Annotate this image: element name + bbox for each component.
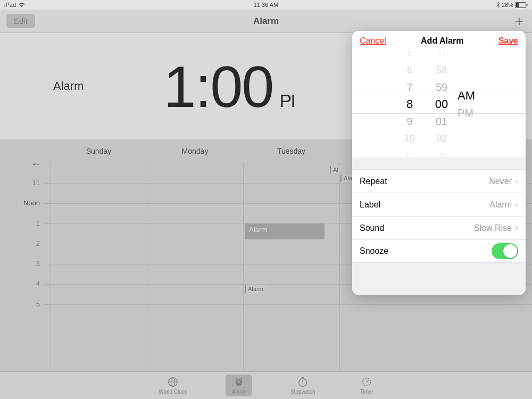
globe-icon	[167, 376, 179, 388]
hero-time: 1:00 PI	[163, 53, 294, 120]
add-alarm-popover: Cancel Add Alarm Save 5 6 7 8 9 10 11 57…	[352, 31, 526, 295]
setting-repeat[interactable]: Repeat Never ›	[352, 169, 526, 193]
tab-timer[interactable]: Timer	[354, 375, 380, 396]
setting-snooze: Snooze	[352, 239, 526, 263]
hero-label: Alarm	[53, 79, 84, 93]
ampm-picker[interactable]: AM PM	[458, 51, 484, 157]
bluetooth-icon	[496, 2, 500, 8]
day-sunday[interactable]: Sunday	[51, 147, 147, 155]
setting-label[interactable]: Label Alarm ›	[352, 193, 526, 216]
popover-title: Add Alarm	[421, 36, 463, 46]
alarm-clock-icon	[233, 376, 245, 388]
alarm-chip[interactable]: Al	[330, 166, 340, 173]
svg-line-10	[241, 378, 243, 379]
day-monday[interactable]: Monday	[147, 147, 243, 155]
time-picker[interactable]: 5 6 7 8 9 10 11 57 58 59 00 01 02 03 AM …	[352, 51, 526, 157]
hour-picker[interactable]: 5 6 7 8 9 10 11	[394, 51, 426, 157]
timer-icon	[361, 376, 372, 388]
cancel-button[interactable]: Cancel	[360, 36, 386, 46]
chevron-right-icon: ›	[515, 222, 518, 234]
save-button[interactable]: Save	[498, 36, 518, 46]
svg-line-8	[239, 383, 240, 383]
nav-bar: Edit Alarm +	[0, 10, 532, 33]
hour-2: 2	[0, 239, 45, 247]
battery-percent: 28%	[502, 2, 513, 8]
svg-line-9	[235, 378, 237, 379]
tab-bar: World Clock Alarm Stopwatch Timer	[0, 371, 532, 399]
battery-icon	[515, 2, 528, 8]
hour-5: 5	[0, 300, 45, 308]
hour-11: 11	[0, 179, 45, 187]
svg-rect-13	[302, 377, 304, 378]
chevron-right-icon: ›	[515, 176, 518, 187]
snooze-toggle[interactable]	[492, 243, 518, 259]
status-bar: iPad 11:36 AM 28%	[0, 0, 532, 10]
svg-rect-2	[516, 3, 519, 7]
tab-alarm[interactable]: Alarm	[226, 375, 252, 396]
page-title: Alarm	[0, 16, 532, 27]
alarm-block[interactable]: Alarm	[245, 223, 325, 239]
wifi-icon	[18, 2, 26, 7]
day-tuesday[interactable]: Tuesday	[243, 147, 339, 155]
device-name: iPad	[4, 2, 16, 8]
add-alarm-button[interactable]: +	[513, 14, 526, 29]
hour-3: 3	[0, 260, 45, 268]
setting-sound[interactable]: Sound Slow Rise ›	[352, 216, 526, 239]
tab-world-clock[interactable]: World Clock	[152, 375, 194, 396]
hour-4: 4	[0, 280, 45, 288]
alarm-chip[interactable]: Alarm	[245, 285, 265, 293]
minute-picker[interactable]: 57 58 59 00 01 02 03	[426, 51, 458, 157]
status-time: 11:36 AM	[179, 2, 353, 8]
tab-stopwatch[interactable]: Stopwatch	[284, 375, 322, 396]
edit-button[interactable]: Edit	[6, 14, 35, 28]
hour-1: 1	[0, 219, 45, 227]
hour-10: 10	[0, 163, 45, 167]
chevron-right-icon: ›	[515, 199, 518, 210]
svg-line-15	[367, 380, 369, 382]
stopwatch-icon	[297, 376, 309, 388]
svg-rect-1	[527, 4, 528, 6]
hour-noon: Noon	[0, 199, 45, 207]
